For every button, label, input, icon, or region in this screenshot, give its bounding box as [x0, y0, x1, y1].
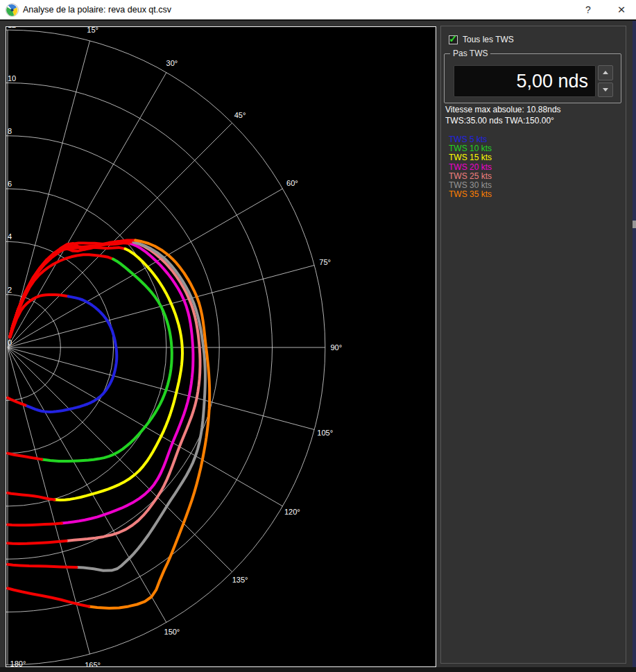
- svg-text:90°: 90°: [331, 343, 343, 352]
- svg-text:75°: 75°: [319, 258, 331, 266]
- svg-text:2: 2: [8, 286, 12, 294]
- all-tws-checkbox[interactable]: ✓: [449, 35, 458, 44]
- window-title: Analyse de la polaire: reva deux qt.csv: [23, 5, 171, 15]
- spin-up-button[interactable]: [598, 65, 613, 80]
- legend-item: TWS 15 kts: [449, 153, 492, 162]
- svg-text:150°: 150°: [164, 628, 180, 636]
- svg-text:180°: 180°: [10, 660, 26, 666]
- svg-text:105°: 105°: [317, 429, 333, 437]
- tws-legend: TWS 5 ktsTWS 10 ktsTWS 15 ktsTWS 20 ktsT…: [449, 135, 492, 199]
- legend-item: TWS 20 kts: [449, 163, 492, 172]
- svg-text:12: 12: [8, 27, 16, 29]
- arrow-up-icon: [603, 71, 608, 74]
- svg-text:0: 0: [8, 338, 12, 347]
- svg-text:165°: 165°: [85, 661, 101, 666]
- polar-chart-canvas[interactable]: 02468101215°30°45°60°75°90°105°120°135°1…: [6, 26, 436, 667]
- help-button[interactable]: ?: [576, 0, 600, 19]
- svg-text:135°: 135°: [232, 576, 248, 584]
- spin-down-button[interactable]: [598, 83, 613, 98]
- svg-text:120°: 120°: [284, 508, 300, 516]
- svg-text:15°: 15°: [87, 27, 98, 34]
- svg-text:4: 4: [8, 232, 12, 241]
- tws-step-title: Pas TWS: [450, 49, 490, 58]
- all-tws-label: Tous les TWS: [463, 35, 514, 44]
- max-speed-line: Vitesse max absolue: 10.88nds: [445, 104, 561, 115]
- tws-step-value-field[interactable]: 5,00 nds: [454, 65, 596, 97]
- all-tws-row: ✓ Tous les TWS: [449, 35, 514, 44]
- scrollbar-handle[interactable]: [633, 221, 636, 228]
- max-speed-detail-line: TWS:35.00 nds TWA:150.00°: [445, 115, 561, 126]
- arrow-down-icon: [603, 88, 608, 92]
- svg-text:30°: 30°: [166, 59, 178, 67]
- polar-analysis-window: Analyse de la polaire: reva deux qt.csv …: [0, 0, 636, 672]
- svg-text:60°: 60°: [286, 179, 298, 187]
- svg-text:8: 8: [8, 127, 12, 135]
- svg-text:10: 10: [8, 74, 16, 83]
- window-bottom-edge: [0, 667, 636, 672]
- svg-text:45°: 45°: [234, 111, 246, 119]
- tws-step-groupbox: Pas TWS 5,00 nds: [444, 53, 621, 103]
- polar-plot: 02468101215°30°45°60°75°90°105°120°135°1…: [6, 27, 436, 666]
- spin-buttons: [598, 65, 613, 97]
- right-scrollbar[interactable]: [633, 21, 636, 672]
- tws-step-spinbox: 5,00 nds: [454, 65, 613, 97]
- titlebar: Analyse de la polaire: reva deux qt.csv …: [0, 0, 636, 21]
- app-icon: [6, 3, 19, 17]
- checkmark-icon: ✓: [449, 33, 458, 45]
- max-speed-info: Vitesse max absolue: 10.88nds TWS:35.00 …: [445, 104, 561, 126]
- svg-text:6: 6: [8, 180, 12, 188]
- close-button[interactable]: ×: [610, 0, 633, 19]
- legend-item: TWS 35 kts: [449, 190, 492, 199]
- side-panel: ✓ Tous les TWS Pas TWS 5,00 nds Vitesse …: [440, 26, 626, 664]
